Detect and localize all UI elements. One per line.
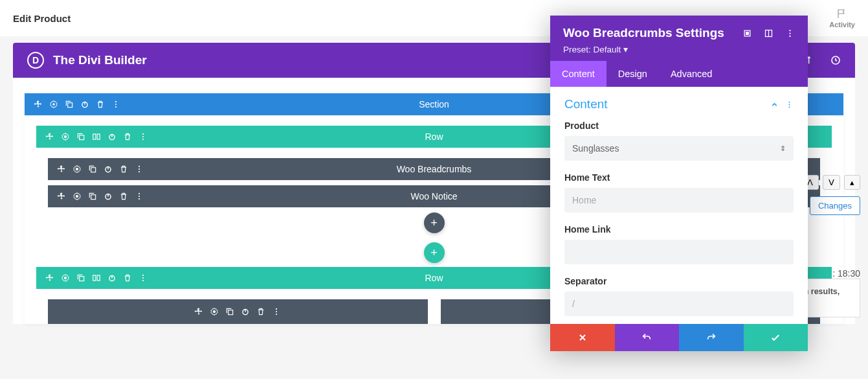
caret-down-icon: ▾: [623, 45, 628, 54]
trash-icon[interactable]: [119, 192, 128, 201]
home-text-input[interactable]: Home: [564, 188, 794, 212]
svg-point-26: [139, 196, 140, 197]
svg-point-20: [139, 168, 140, 170]
svg-rect-23: [91, 195, 96, 200]
svg-rect-37: [228, 310, 233, 315]
svg-rect-30: [93, 275, 96, 281]
svg-point-8: [64, 135, 67, 138]
move-icon[interactable]: [45, 132, 54, 141]
tab-content[interactable]: Content: [550, 61, 606, 87]
time-label: : 18:30: [832, 268, 860, 279]
gear-icon[interactable]: [72, 192, 82, 201]
gear-icon[interactable]: [72, 165, 82, 174]
product-select[interactable]: Sunglasses ⇕: [564, 136, 794, 161]
svg-point-53: [789, 35, 790, 36]
move-icon[interactable]: [57, 165, 66, 174]
section-label: Section: [419, 99, 449, 109]
home-link-input[interactable]: [564, 240, 794, 264]
module-placeholder[interactable]: [48, 299, 428, 324]
svg-point-22: [76, 195, 78, 198]
more-icon[interactable]: [139, 273, 148, 282]
more-icon[interactable]: [135, 165, 144, 174]
cancel-button[interactable]: [550, 324, 615, 351]
more-icon[interactable]: [272, 307, 281, 316]
svg-point-16: [76, 168, 78, 170]
tab-advanced[interactable]: Advanced: [659, 61, 724, 87]
svg-rect-9: [80, 135, 84, 140]
svg-point-28: [64, 277, 67, 279]
svg-point-36: [214, 310, 216, 313]
add-module-button[interactable]: +: [424, 212, 445, 233]
activity-label: Activity: [829, 21, 855, 29]
power-icon[interactable]: [80, 100, 89, 109]
gear-icon[interactable]: [61, 132, 70, 141]
redo-button[interactable]: [679, 324, 744, 351]
more-icon[interactable]: [139, 132, 148, 141]
activity-button[interactable]: Activity: [829, 8, 855, 29]
undo-button[interactable]: [615, 324, 680, 351]
chevron-down-icon[interactable]: ᐯ: [823, 175, 840, 190]
chevron-up-down-icon[interactable]: ▴: [844, 175, 860, 190]
separator-label: Separator: [564, 276, 794, 286]
trash-icon[interactable]: [123, 132, 132, 141]
more-icon[interactable]: [785, 100, 794, 109]
power-icon[interactable]: [104, 165, 113, 174]
tab-design[interactable]: Design: [606, 61, 659, 87]
changes-button[interactable]: Changes: [810, 196, 860, 215]
add-row-button[interactable]: +: [424, 242, 445, 263]
svg-point-41: [276, 314, 277, 315]
svg-rect-3: [68, 103, 72, 108]
preset-dropdown[interactable]: Preset: Default ▾: [563, 44, 795, 54]
svg-point-55: [789, 104, 790, 105]
trash-icon[interactable]: [256, 307, 265, 316]
separator-input[interactable]: /: [564, 292, 794, 316]
product-label: Product: [564, 121, 794, 131]
section-heading: Content: [564, 97, 608, 111]
power-icon[interactable]: [107, 273, 117, 282]
svg-point-15: [142, 139, 144, 140]
gear-icon[interactable]: [61, 273, 70, 282]
divi-logo-icon: D: [27, 52, 44, 69]
svg-point-19: [139, 166, 140, 167]
chevron-up-icon[interactable]: [770, 100, 779, 109]
row-label: Row: [425, 273, 443, 283]
power-icon[interactable]: [241, 307, 250, 316]
duplicate-icon[interactable]: [76, 273, 85, 282]
svg-point-6: [115, 104, 117, 105]
module-label: Woo Notice: [410, 191, 457, 201]
trash-icon[interactable]: [96, 100, 105, 109]
history-icon[interactable]: [830, 55, 841, 65]
save-button[interactable]: [744, 324, 808, 351]
duplicate-icon[interactable]: [65, 100, 74, 109]
svg-point-5: [115, 101, 117, 102]
move-icon[interactable]: [57, 192, 66, 201]
settings-modal: Woo Breadcrumbs Settings Preset: Default…: [550, 16, 808, 351]
expand-icon[interactable]: [742, 29, 752, 38]
more-icon[interactable]: [785, 29, 795, 38]
move-icon[interactable]: [45, 273, 54, 282]
duplicate-icon[interactable]: [225, 307, 234, 316]
columns-icon[interactable]: [92, 132, 101, 141]
svg-rect-49: [746, 32, 749, 34]
home-text-label: Home Text: [564, 172, 794, 183]
more-icon[interactable]: [135, 192, 144, 201]
columns-icon[interactable]: [92, 273, 101, 282]
page-title: Edit Product: [13, 13, 71, 24]
duplicate-icon[interactable]: [88, 165, 97, 174]
power-icon[interactable]: [104, 192, 113, 201]
svg-point-14: [142, 136, 144, 137]
module-label: Woo Breadcrumbs: [397, 164, 472, 174]
duplicate-icon[interactable]: [76, 132, 85, 141]
trash-icon[interactable]: [119, 165, 128, 174]
power-icon[interactable]: [107, 132, 117, 141]
trash-icon[interactable]: [123, 273, 132, 282]
move-icon[interactable]: [194, 307, 203, 316]
more-icon[interactable]: [111, 100, 120, 109]
svg-point-51: [789, 30, 790, 31]
move-icon[interactable]: [34, 100, 43, 109]
svg-point-34: [142, 277, 144, 279]
gear-icon[interactable]: [49, 100, 58, 109]
snap-icon[interactable]: [764, 29, 773, 38]
gear-icon[interactable]: [210, 307, 219, 316]
duplicate-icon[interactable]: [88, 192, 97, 201]
